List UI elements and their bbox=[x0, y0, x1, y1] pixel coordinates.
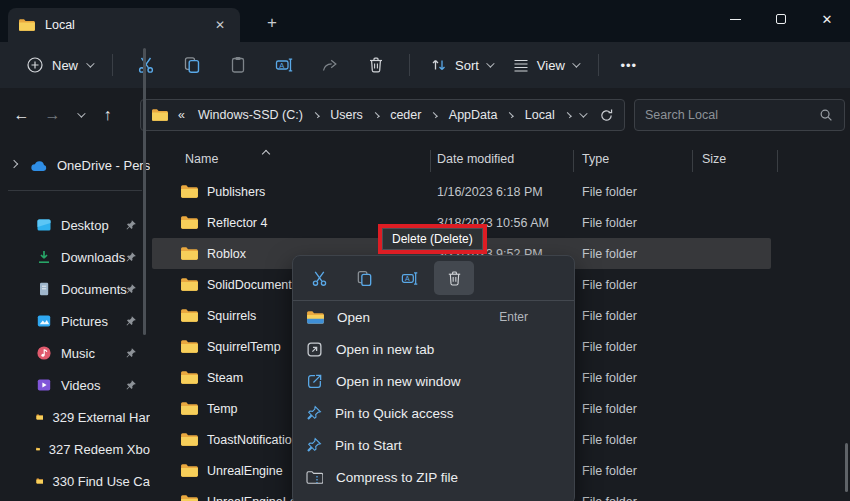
breadcrumb-segment-local[interactable]: Local bbox=[522, 106, 558, 124]
file-type: File folder bbox=[582, 185, 637, 199]
menu-item-pin-quick-access[interactable]: Pin to Quick access bbox=[293, 397, 574, 429]
cut-menu-button[interactable] bbox=[299, 261, 339, 295]
rename-menu-button[interactable]: A bbox=[389, 261, 429, 295]
sidebar-item-label: 327 Redeem Xbo bbox=[49, 442, 150, 457]
column-header-date[interactable]: Date modified bbox=[437, 152, 514, 166]
minimize-button[interactable] bbox=[712, 0, 758, 38]
breadcrumb-segment-drive[interactable]: Windows-SSD (C:) bbox=[195, 106, 306, 124]
sidebar-item-folder-329[interactable]: 329 External Har bbox=[0, 401, 150, 433]
rename-button[interactable]: A bbox=[261, 48, 307, 82]
pin-icon bbox=[306, 405, 322, 421]
sidebar-item-videos[interactable]: Videos bbox=[0, 369, 150, 401]
pin-icon bbox=[306, 437, 322, 453]
sidebar-item-downloads[interactable]: Downloads bbox=[0, 241, 150, 273]
window-controls: ✕ bbox=[712, 0, 850, 38]
back-button[interactable]: ← bbox=[6, 99, 37, 130]
share-icon bbox=[320, 55, 340, 75]
tab-close-icon[interactable]: ✕ bbox=[210, 15, 230, 35]
copy-button[interactable] bbox=[169, 48, 215, 82]
rename-icon: A bbox=[274, 55, 294, 75]
forward-button[interactable]: → bbox=[37, 99, 68, 130]
pictures-icon bbox=[36, 313, 52, 329]
menu-item-pin-to-start[interactable]: Pin to Start bbox=[293, 429, 574, 461]
toolbar-divider bbox=[112, 54, 113, 76]
column-header-type[interactable]: Type bbox=[582, 152, 609, 166]
new-button[interactable]: New bbox=[16, 50, 102, 80]
maximize-button[interactable] bbox=[758, 0, 804, 38]
recent-locations-button[interactable] bbox=[68, 99, 92, 130]
expand-chevron-icon[interactable] bbox=[10, 160, 18, 168]
folder-icon bbox=[18, 18, 35, 32]
navigation-row: ← → ↑ « Windows-SSD (C:) Users ceder App… bbox=[0, 88, 850, 142]
cut-button[interactable] bbox=[123, 48, 169, 82]
file-name: Roblox bbox=[207, 247, 246, 261]
menu-item-open-new-tab[interactable]: Open in new tab bbox=[293, 333, 574, 365]
sidebar-item-music[interactable]: Music bbox=[0, 337, 150, 369]
navigation-pane: OneDrive - Perso Desktop Downloads Docum… bbox=[0, 142, 150, 501]
menu-item-open[interactable]: Open Enter bbox=[293, 301, 574, 333]
address-bar[interactable]: « Windows-SSD (C:) Users ceder AppData L… bbox=[140, 99, 625, 131]
file-type: File folder bbox=[582, 340, 637, 354]
new-tab-button[interactable]: + bbox=[258, 10, 286, 36]
delete-menu-button[interactable] bbox=[434, 261, 474, 295]
view-button[interactable]: View bbox=[502, 50, 588, 80]
paste-button[interactable] bbox=[215, 48, 261, 82]
address-dropdown-icon[interactable] bbox=[579, 109, 587, 117]
context-menu: A Open Enter Open in new tab Open in new… bbox=[292, 255, 575, 501]
sidebar-item-label: Documents bbox=[61, 282, 127, 297]
sidebar-item-pictures[interactable]: Pictures bbox=[0, 305, 150, 337]
file-list-scrollbar[interactable] bbox=[845, 443, 848, 492]
delete-button[interactable] bbox=[353, 48, 399, 82]
folder-icon bbox=[180, 277, 198, 292]
more-options-button[interactable]: ••• bbox=[609, 48, 649, 82]
chevron-down-icon bbox=[77, 109, 85, 117]
sidebar-item-onedrive[interactable]: OneDrive - Perso bbox=[0, 150, 150, 180]
sidebar-item-desktop[interactable]: Desktop bbox=[0, 209, 150, 241]
pin-icon bbox=[125, 219, 137, 231]
folder-icon bbox=[36, 442, 40, 456]
music-icon bbox=[36, 345, 52, 361]
sidebar-item-label: Videos bbox=[61, 378, 101, 393]
menu-item-label: Pin to Start bbox=[335, 438, 402, 453]
close-button[interactable]: ✕ bbox=[804, 0, 850, 38]
copy-menu-button[interactable] bbox=[344, 261, 384, 295]
tab-title: Local bbox=[45, 18, 200, 32]
search-box[interactable] bbox=[634, 99, 845, 131]
tab-local[interactable]: Local ✕ bbox=[8, 8, 240, 42]
column-header-size[interactable]: Size bbox=[702, 152, 726, 166]
up-button[interactable]: ↑ bbox=[92, 99, 123, 130]
sidebar-item-folder-327[interactable]: 327 Redeem Xbo bbox=[0, 433, 150, 465]
breadcrumb-segment-ceder[interactable]: ceder bbox=[387, 106, 424, 124]
titlebar: Local ✕ + ✕ bbox=[0, 0, 850, 42]
sort-button[interactable]: Sort bbox=[420, 50, 502, 80]
sidebar-item-documents[interactable]: Documents bbox=[0, 273, 150, 305]
column-divider[interactable] bbox=[692, 150, 693, 172]
sidebar-item-label: 329 External Har bbox=[52, 410, 150, 425]
search-input[interactable] bbox=[645, 108, 819, 122]
column-header-name[interactable]: Name bbox=[185, 152, 218, 166]
sidebar-item-label: 330 Find Use Ca bbox=[52, 474, 150, 489]
search-icon bbox=[819, 108, 834, 123]
table-row[interactable]: Publishers 1/16/2023 6:18 PM File folder bbox=[152, 176, 771, 207]
menu-item-label: Open in new tab bbox=[336, 342, 434, 357]
column-divider[interactable] bbox=[573, 150, 574, 172]
minimize-icon bbox=[730, 19, 741, 20]
breadcrumb-overflow[interactable]: « bbox=[175, 106, 188, 124]
column-divider[interactable] bbox=[777, 150, 778, 172]
menu-item-compress-zip[interactable]: Compress to ZIP file bbox=[293, 461, 574, 493]
breadcrumb-segment-appdata[interactable]: AppData bbox=[446, 106, 501, 124]
sidebar-scrollbar[interactable] bbox=[143, 48, 146, 335]
folder-icon bbox=[151, 108, 168, 122]
breadcrumb-segment-users[interactable]: Users bbox=[327, 106, 366, 124]
menu-item-open-new-window[interactable]: Open in new window bbox=[293, 365, 574, 397]
share-button[interactable] bbox=[307, 48, 353, 82]
pin-icon bbox=[125, 283, 137, 295]
column-divider[interactable] bbox=[430, 150, 431, 172]
chevron-right-icon bbox=[373, 112, 380, 119]
refresh-button[interactable] bbox=[599, 108, 614, 123]
sidebar-item-folder-330[interactable]: 330 Find Use Ca bbox=[0, 465, 150, 497]
chevron-right-icon bbox=[432, 112, 439, 119]
sidebar-divider bbox=[8, 190, 142, 191]
delete-tooltip: Delete (Delete) bbox=[382, 228, 483, 250]
sidebar-item-label: Desktop bbox=[61, 218, 109, 233]
